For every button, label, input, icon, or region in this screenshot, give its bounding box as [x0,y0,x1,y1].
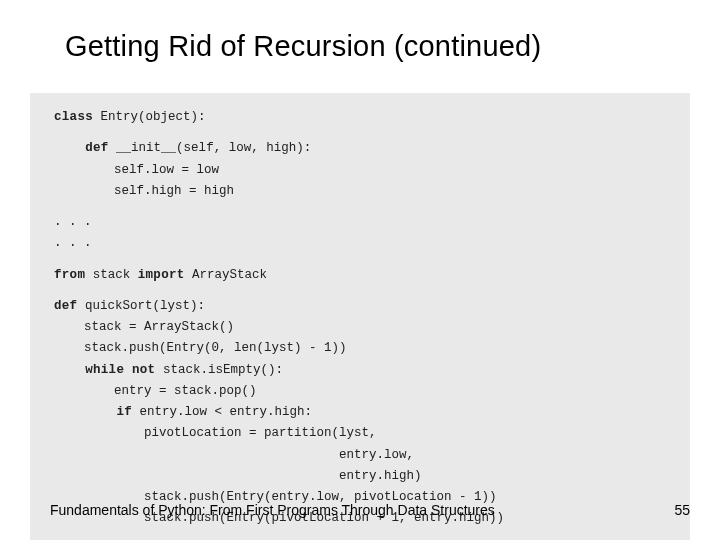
code-line: . . . [54,212,666,233]
slide: Getting Rid of Recursion (continued) cla… [0,0,720,540]
code-text: stack [85,268,138,282]
code-line: def quickSort(lyst): [54,296,666,317]
keyword-while-not: while not [54,363,155,377]
slide-footer: Fundamentals of Python: From First Progr… [50,502,690,518]
keyword-def: def [54,141,109,155]
code-line: if entry.low < entry.high: [54,402,666,423]
keyword-class: class [54,110,93,124]
footer-page-number: 55 [674,502,690,518]
code-text: ArrayStack [185,268,268,282]
code-line: self.low = low [54,160,666,181]
code-line: from stack import ArrayStack [54,265,666,286]
slide-title: Getting Rid of Recursion (continued) [65,30,670,63]
code-line: pivotLocation = partition(lyst, [54,423,666,444]
code-line: entry = stack.pop() [54,381,666,402]
code-line: while not stack.isEmpty(): [54,360,666,381]
code-text: stack.isEmpty(): [155,363,283,377]
code-block: class Entry(object): def __init__(self, … [30,93,690,540]
code-line: stack = ArrayStack() [54,317,666,338]
code-line: stack.push(Entry(0, len(lyst) - 1)) [54,338,666,359]
footer-book-title: Fundamentals of Python: From First Progr… [50,502,495,518]
code-text: __init__(self, low, high): [109,141,312,155]
keyword-from: from [54,268,85,282]
code-line: . . . [54,233,666,254]
code-line: def __init__(self, low, high): [54,138,666,159]
code-text: Entry(object): [93,110,206,124]
code-text: entry.low < entry.high: [132,405,312,419]
keyword-if: if [54,405,132,419]
keyword-def: def [54,299,77,313]
code-line: self.high = high [54,181,666,202]
code-line: entry.high) [54,466,666,487]
code-text: quickSort(lyst): [77,299,205,313]
code-line: class Entry(object): [54,107,666,128]
code-line: entry.low, [54,445,666,466]
keyword-import: import [138,268,185,282]
